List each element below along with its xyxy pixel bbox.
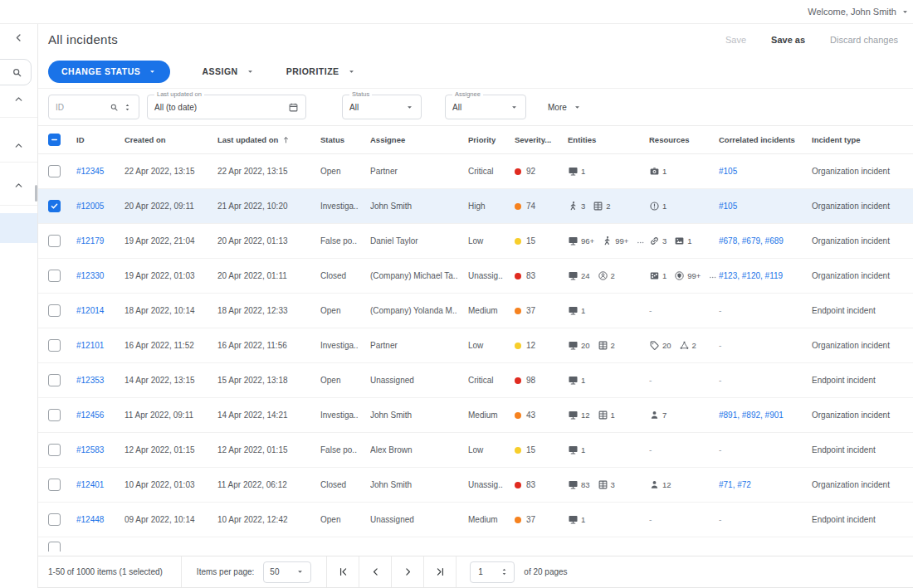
column-header[interactable]: Resources — [649, 135, 719, 144]
save-button[interactable]: Save — [725, 35, 746, 45]
column-header[interactable]: Incident type — [812, 135, 913, 144]
correlated-incident-links[interactable]: #105 — [719, 202, 737, 211]
column-header[interactable]: Correlated incidents — [719, 135, 812, 144]
sidebar-search-button[interactable] — [0, 59, 32, 85]
caret-down-icon — [148, 67, 157, 76]
assignee-cell: (Company) Michael Ta.. — [370, 271, 468, 280]
table-row[interactable]: #12330 19 Apr 2022, 01:03 20 Apr 2022, 0… — [38, 259, 913, 294]
row-checkbox[interactable] — [48, 409, 61, 421]
caret-down-icon — [347, 67, 356, 76]
incident-id-link[interactable]: #12353 — [76, 376, 104, 385]
sidebar-section-toggle-3[interactable] — [0, 180, 37, 191]
table-row[interactable]: #12345 22 Apr 2022, 13:15 22 Apr 2022, 1… — [38, 154, 913, 189]
save-as-button[interactable]: Save as — [771, 35, 805, 45]
first-page-button[interactable] — [327, 556, 359, 587]
id-filter-input[interactable] — [56, 103, 105, 112]
more-filters-button[interactable]: More — [548, 103, 582, 112]
incident-id-link[interactable]: #12101 — [76, 341, 104, 350]
column-header[interactable]: ID — [76, 135, 124, 144]
column-header[interactable]: Severity... — [515, 135, 568, 144]
row-checkbox[interactable] — [48, 479, 61, 491]
row-checkbox[interactable] — [48, 444, 61, 456]
incident-type-cell: Organization incident — [812, 236, 913, 245]
discard-changes-button[interactable]: Discard changes — [830, 35, 898, 45]
created-on-cell: 10 Apr 2022, 01:03 — [124, 480, 217, 489]
entities-cell: 242 — [568, 270, 649, 281]
assignee-cell: Unassigned — [370, 515, 468, 524]
assignee-filter[interactable]: Assignee All — [445, 95, 526, 119]
user-menu-caret-icon[interactable] — [901, 7, 910, 17]
sidebar-scrollbar[interactable] — [35, 185, 37, 202]
assignee-cell: Alex Brown — [370, 445, 468, 454]
correlated-incident-links[interactable]: #891, #892, #901 — [719, 411, 784, 420]
row-checkbox[interactable] — [48, 270, 61, 282]
row-checkbox[interactable] — [48, 513, 61, 526]
sidebar-section-toggle-1[interactable] — [0, 94, 37, 104]
priority-cell: Critical — [468, 167, 515, 176]
correlated-incident-links[interactable]: #71, #72 — [719, 480, 751, 489]
incident-type-cell: Organization incident — [812, 271, 913, 280]
correlated-incident-links[interactable]: #123, #120, #119 — [719, 271, 783, 280]
items-per-page-value: 50 — [270, 567, 279, 576]
incident-id-link[interactable]: #12330 — [76, 271, 104, 280]
table-row[interactable]: #12456 11 Apr 2022, 09:11 14 Apr 2022, 1… — [38, 398, 913, 433]
column-header[interactable]: Entities — [568, 135, 649, 144]
change-status-button[interactable]: CHANGE STATUS — [48, 61, 170, 83]
row-checkbox[interactable] — [48, 542, 61, 552]
table-header: IDCreated onLast updated onStatusAssigne… — [38, 126, 913, 154]
caret-down-icon — [246, 67, 255, 76]
incident-id-link[interactable]: #12456 — [76, 411, 104, 420]
column-header[interactable]: Created on — [124, 135, 217, 144]
table-row[interactable]: #12101 16 Apr 2022, 11:52 16 Apr 2022, 1… — [38, 328, 913, 363]
column-header[interactable]: Last updated on — [217, 135, 320, 144]
table-row[interactable]: #12353 14 Apr 2022, 13:15 15 Apr 2022, 1… — [38, 363, 913, 398]
previous-page-button[interactable] — [359, 556, 392, 587]
severity-cell: 15 — [515, 236, 568, 245]
column-header[interactable]: Status — [320, 135, 370, 144]
priority-cell: Unassig.. — [468, 480, 515, 489]
row-checkbox[interactable] — [48, 304, 61, 317]
monitor-icon: 20 — [568, 340, 590, 351]
stepper-icon[interactable] — [500, 567, 509, 576]
status-filter[interactable]: Status All — [342, 95, 422, 119]
row-checkbox[interactable] — [48, 165, 61, 177]
incident-id-link[interactable]: #12345 — [76, 167, 104, 176]
table-row[interactable]: #12401 10 Apr 2022, 01:03 11 Apr 2022, 0… — [38, 468, 913, 503]
table-row[interactable]: #12583 12 Apr 2022, 01:15 12 Apr 2022, 0… — [38, 433, 913, 468]
incident-id-link[interactable]: #12448 — [76, 515, 104, 524]
search-icon[interactable] — [110, 103, 119, 112]
row-checkbox[interactable] — [48, 200, 61, 212]
last-updated-filter[interactable]: Last updated on All (to date) — [147, 95, 306, 119]
page-number-input[interactable] — [478, 567, 495, 576]
correlated-incident-links[interactable]: #678, #679, #689 — [719, 236, 784, 245]
previous-page-icon — [370, 566, 381, 577]
row-checkbox[interactable] — [48, 374, 61, 386]
items-per-page-select[interactable]: 50 — [263, 561, 311, 583]
incident-id-link[interactable]: #12401 — [76, 480, 104, 489]
row-checkbox[interactable] — [48, 339, 61, 352]
select-all-checkbox[interactable] — [48, 134, 76, 146]
table-row-partial[interactable] — [38, 537, 913, 552]
prioritize-button[interactable]: PRIORITIZE — [286, 66, 356, 76]
sidebar-collapse-button[interactable] — [0, 32, 37, 43]
table-row[interactable]: #12448 09 Apr 2022, 10:14 10 Apr 2022, 1… — [38, 503, 913, 537]
last-page-button[interactable] — [424, 556, 456, 587]
assign-button[interactable]: ASSIGN — [202, 66, 254, 76]
column-header[interactable]: Priority — [468, 135, 515, 144]
stepper-icon[interactable] — [123, 103, 132, 112]
table-row[interactable]: #12014 18 Apr 2022, 10:14 18 Apr 2022, 1… — [38, 294, 913, 328]
severity-cell: 12 — [515, 341, 568, 350]
table-row[interactable]: #12005 20 Apr 2022, 09:11 21 Apr 2022, 1… — [38, 189, 913, 224]
incident-id-link[interactable]: #12583 — [76, 445, 104, 454]
sidebar-section-toggle-2[interactable] — [0, 140, 37, 151]
calendar-icon[interactable] — [288, 102, 299, 113]
correlated-incident-links[interactable]: #105 — [719, 167, 737, 176]
next-page-button[interactable] — [392, 556, 424, 587]
incident-id-link[interactable]: #12179 — [76, 236, 104, 245]
row-checkbox[interactable] — [48, 235, 61, 247]
incident-id-link[interactable]: #12005 — [76, 202, 104, 211]
incident-id-link[interactable]: #12014 — [76, 306, 104, 315]
table-row[interactable]: #12179 19 Apr 2022, 21:04 20 Apr 2022, 0… — [38, 224, 913, 259]
column-header[interactable]: Assignee — [370, 135, 468, 144]
pagination-bar: 1-50 of 1000 items (1 selected) Items pe… — [38, 556, 913, 588]
